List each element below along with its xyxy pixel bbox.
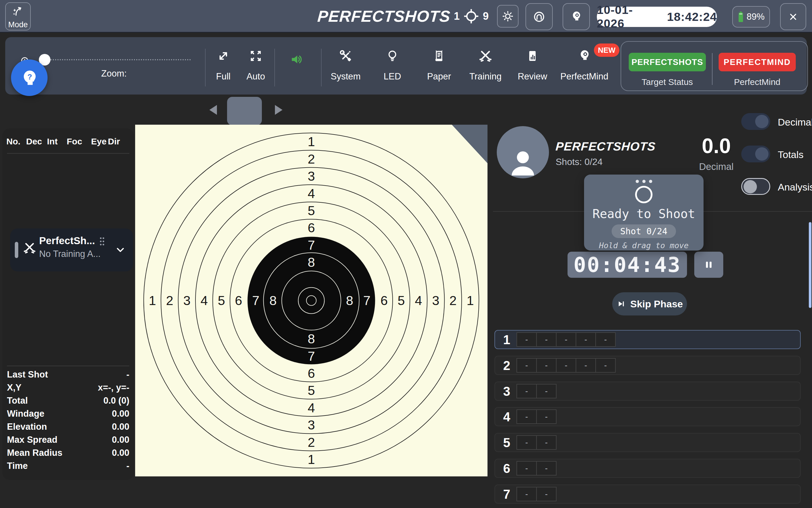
shot-cell: - [516,435,537,450]
series-row-2[interactable]: 2 ----- [495,356,801,375]
stat-row: Total 0.0 (0) [2,394,134,407]
series-number: 2 [503,356,510,375]
toolbar-item-label: PerfectMind [560,71,609,82]
shot-cell: - [536,410,557,424]
toggle-label-totals: Totals [778,149,804,160]
perfectmind-button[interactable]: PERFECTMIND [719,53,796,71]
stat-row: Elevation 0.00 [2,420,134,433]
battery-percent: 89% [746,12,764,22]
target-status-button[interactable]: PERFECTSHOTS [629,53,706,71]
toolbar-item-training[interactable]: Training [461,47,510,82]
toolbar-item-paper[interactable]: Paper [415,47,464,82]
svg-text:2: 2 [166,293,173,308]
series-number: 1 [503,331,510,349]
crossed-rifles-icon [22,241,37,256]
battery-indicator: 89% [732,6,770,28]
shot-cell: - [516,461,537,475]
scrollbar-thumb[interactable] [809,222,811,308]
stat-value: 0.0 (0) [103,395,129,406]
svg-text:5: 5 [308,383,315,398]
svg-text:6: 6 [308,366,315,381]
series-number: 5 [503,433,510,452]
svg-text:1: 1 [308,134,315,149]
close-icon [787,11,799,23]
toggle-decimal[interactable] [741,113,770,130]
group-divider [712,53,713,85]
skip-phase-label: Skip Phase [630,298,683,310]
shot-cell: - [556,358,576,373]
series-row-3[interactable]: 3 -- [495,382,801,401]
column-header-int: Int [47,136,58,146]
close-button[interactable] [780,3,806,30]
stat-row: Last Shot - [2,368,134,381]
series-row-5[interactable]: 5 -- [495,433,801,452]
date-value: 10-01-2026 [597,3,659,31]
toolbar-item-review[interactable]: Review [508,47,557,82]
target-page-indicator[interactable] [227,97,262,125]
drag-handle[interactable] [15,242,18,258]
stat-label: Last Shot [7,369,48,380]
svg-text:3: 3 [308,418,315,432]
mode-button[interactable]: Mode [5,2,31,31]
column-header-foc: Foc [67,136,82,146]
training-selector-card[interactable]: PerfectSh... No Training A... [10,228,133,271]
series-row-7[interactable]: 7 -- [495,484,801,504]
shot-cell: - [575,332,596,347]
zoom-slider-track[interactable] [46,59,191,60]
stat-row: X,Y x=-, y=- [2,381,134,394]
toggle-totals[interactable] [741,145,770,162]
toolbar-item-led[interactable]: LED [368,47,417,82]
svg-text:1: 1 [467,293,474,308]
svg-text:4: 4 [308,186,315,201]
mode-button-label: Mode [8,20,28,29]
stat-row: Windage 0.00 [2,407,134,420]
svg-text:5: 5 [397,293,405,308]
avatar [497,126,549,178]
target-ring-icon [635,186,652,203]
next-target-arrow[interactable] [275,105,283,115]
toolbar-item-system[interactable]: System [321,47,370,82]
svg-text:6: 6 [308,220,315,235]
auto-button[interactable]: Auto [231,47,281,82]
series-row-1[interactable]: 1 ----- [495,330,801,349]
perfectmind-quick-button[interactable] [563,3,590,30]
toggle-analysis[interactable] [741,178,770,195]
svg-text:3: 3 [308,169,315,183]
brightness-button[interactable] [497,5,518,28]
shot-cell: - [575,358,596,373]
auto-label: Auto [231,71,281,82]
svg-text:8: 8 [308,331,315,346]
stat-value: - [126,369,129,380]
help-button[interactable]: ? [11,59,48,96]
drag-dots-icon [99,237,105,247]
training-card-title: PerfectSh... [39,235,95,247]
series-row-4[interactable]: 4 -- [495,407,801,426]
stat-row: Mean Radius 0.00 [2,446,134,459]
stat-label: Mean Radius [7,448,62,458]
app-logo-text: PERFECTSHOTS [317,7,451,26]
series-number: 3 [503,382,510,401]
svg-text:2: 2 [449,293,457,308]
drag-hint: Hold & drag to move [599,241,689,250]
datetime-display[interactable]: 10-01-2026 18:42:24 [597,7,717,27]
crosshair-icon [463,8,479,24]
speaker-icon[interactable] [289,52,304,68]
skip-phase-button[interactable]: Skip Phase [612,292,687,315]
chevron-down-icon[interactable] [114,243,127,258]
paper-icon [415,47,464,65]
card-drag-dots-icon [636,180,652,183]
score-value: 0.0 [693,134,739,158]
prev-target-arrow[interactable] [209,105,217,115]
toggle-label-decimal: Decimal [778,117,812,128]
pause-icon [702,258,716,271]
series-number: 4 [503,408,510,426]
ready-to-shoot-card[interactable]: Ready to Shoot Shot 0/24 Hold & drag to … [584,175,703,251]
scope-button[interactable] [525,3,553,30]
sun-icon [501,9,514,23]
pause-button[interactable] [694,252,723,278]
scope-icon [532,9,546,24]
shots-counter: Shots: 0/24 [556,157,603,167]
series-row-6[interactable]: 6 -- [495,459,801,478]
svg-text:8: 8 [346,293,353,308]
column-header-dec: Dec [26,136,42,146]
